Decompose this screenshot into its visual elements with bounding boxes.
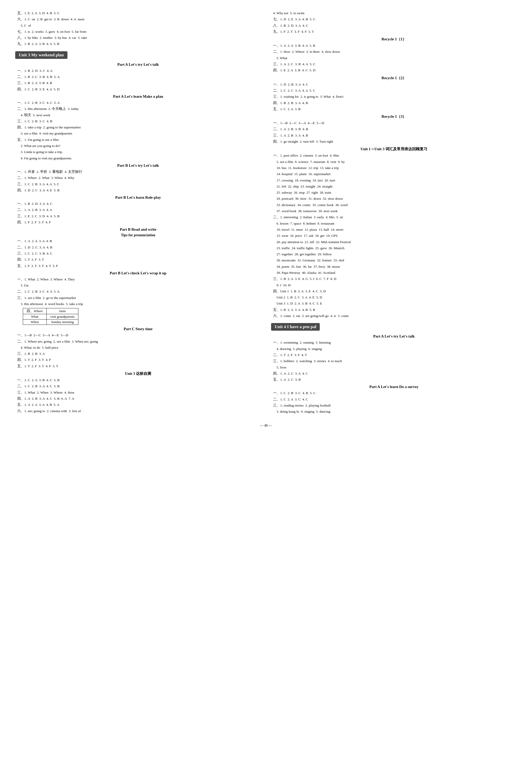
partA-try-talk-answers: 一、1. B 2. D 3. C 4. A 二、1. B 2. C 3. B 4…: [15, 68, 261, 92]
table-cell: When: [23, 319, 47, 325]
vr-15: 20. pay attention to 21. tell 22. Mid-Au…: [271, 239, 517, 245]
vr-24: Unit 2 1. B 2. C 3. A 4. E 5. D: [271, 294, 517, 300]
partB-try-talk-title: Part B Let's try Let's talk: [15, 164, 261, 168]
partB-cw-5: 3. this afternoon 4. word books 5. take …: [15, 301, 261, 307]
unit4-title: Unit 4 I have a pen pal: [271, 323, 320, 331]
vr-12: 6. lesson 7. space 8. helmet 9. restaura…: [271, 221, 517, 227]
partC-s-1: 一、1—B 2—C 3—A 4—E 5—D: [15, 332, 261, 338]
r12-2: 二、1. C 2. C 3. A 4. A 5. C: [271, 88, 517, 94]
partC-s-4: 三、1. B 2. B 3. A: [15, 351, 261, 357]
recycle1-1-answers: 一、1. A 2. A 3. B 4. A 5. B 二、1. How 2. W…: [271, 43, 517, 73]
table-row: 四、Where farm: [23, 308, 78, 314]
r13-1: 一、1—B 2—C 3—A 4—E 5—D: [271, 120, 517, 126]
vr-2: 5. see a film 6. science 7. museum 8. vi…: [271, 159, 517, 165]
partC-s-3: 4. What; to do 5. half price: [15, 345, 261, 351]
r12-5: 五、1. C 2. A 3. B: [271, 106, 517, 112]
partB-cw-3: 二、1. C 2. B 3. C 4. A 5. A: [15, 288, 261, 295]
tips-4: 四、1. T 2. F 3. T: [15, 257, 261, 263]
vr-10: 37. word book 38. tomorrow 39. next week: [271, 208, 517, 214]
top-answer-6: 九、1. B 2. A 3. B 4. A 5. B: [15, 41, 261, 47]
u4-l-2: 二、1. C 2. A 3. C 4. C: [271, 396, 517, 403]
partB-check-wrap-title: Part B Let's check Let's wrap it up: [15, 271, 261, 275]
unit3-title-block: Unit 3 My weekend plan: [15, 48, 261, 60]
vr-11: 二、1. interesting 2. Italian 3. early 4. …: [271, 214, 517, 220]
vr-17: 27. together 28. get together 29. follow: [271, 251, 517, 257]
top-answers-left: 五、1. E 2. A 3. D 4. B 5. C 六、1. C on 2. …: [15, 10, 261, 47]
unit3-t-4: 四、1. A 2. B 3. A 4. C 5. B 6. A 7. A: [15, 396, 261, 402]
partA-l-4: 三、1. C 2. B 3. C 4. B: [15, 118, 261, 124]
tips-2: 二、1. D 2. C 3. A 4. B: [15, 244, 261, 251]
partA-learn-title: Part A Let's learn Make a plan: [15, 94, 261, 99]
table-cell: 四、Where: [23, 308, 47, 314]
partB-learn-roleplay-answers: 一、1. B 2. D 3. A 4. C 二、1. A 2. B 3. A 4…: [15, 201, 261, 225]
unit3-t-3: 三、1. What 2. When 3. Where 4. How: [15, 389, 261, 396]
vr-7: 25. subway 26. stop 27. right 28. train: [271, 190, 517, 196]
u4-tt-1: 一、1. swimming 2. running 3. listening: [271, 340, 517, 346]
tips-answers: 一、1. A 2. A 3. A 4. B 二、1. D 2. C 3. A 4…: [15, 238, 261, 269]
page-number: — 46 —: [15, 424, 517, 428]
unit3-test-answers: 一、1. C 2. A 3. B 4. C 5. B 二、1. C 2. B 3…: [15, 377, 261, 414]
tips-1: 一、1. A 2. A 3. A 4. B: [15, 238, 261, 244]
top-answer-2: 六、1. C on 2. B get to 3. B down 4. A mus…: [15, 16, 261, 22]
partC-story-title: Part C Story time: [15, 327, 261, 331]
partB-try-talk-answers: 一、1. 许多 2. 半价 3. 看电影 4. 太空旅行 二、1. Where …: [15, 169, 261, 194]
table-cell: visit grandparents: [46, 314, 78, 319]
recycle1-3-title: Recycle 1（3）: [271, 114, 517, 119]
unit3-t-5: 五、1. A 2. A 3. A 4. B 5. A: [15, 402, 261, 408]
vr-27: 六、1. come 2. eat 3. are going/will go 4.…: [271, 313, 517, 319]
vocab-review-title: Unit 1～Unit 3 词汇及常用表达回顾复习: [271, 147, 517, 152]
partA-l-8: 2. What are you going to do?: [15, 143, 261, 149]
top-answer-1: 五、1. E 2. A 3. D 4. B 5. C: [15, 10, 261, 16]
partA-l-5: 四、1. take a trip 2. going to the superma…: [15, 124, 261, 131]
r13-4: 四、1. go straight 2. turn left 3. Turn ri…: [271, 138, 517, 145]
unit3-t-1: 一、1. C 2. A 3. B 4. C 5. B: [15, 377, 261, 383]
partB-lr-1: 一、1. B 2. D 3. A 4. C: [15, 201, 261, 207]
unit3-test-title: Unit 3 达标自测: [15, 371, 261, 376]
partB-cw-2: 5. I'm: [15, 283, 261, 288]
u4-l-4: 3. doing kung fu 4. singing 5. dancing: [271, 409, 517, 415]
vr-20: 39. Papa Westray 40. Alaska 41. Scotland: [271, 270, 517, 276]
partA-l-1: 一、1. C 2. B 3. C 4. C 5. A: [15, 100, 261, 106]
table-row: What visit grandparents: [23, 314, 78, 319]
unit3-title: Unit 3 My weekend plan: [15, 51, 68, 59]
table-cell: What: [23, 314, 47, 319]
unit4-partA-learn-answers: 一、1. C 2. B 3. C 4. B 5. C 二、1. C 2. A 3…: [271, 390, 517, 415]
partB-read-write-title: Part B Read and write: [15, 227, 261, 232]
right-top-1: 4. Why not 5. to swim: [271, 10, 517, 16]
partB-tt-3: 三、1. C 2. B 3. A 4. A 5. C: [15, 181, 261, 187]
vr-21: 三、1. B 2. A 3. E 4. G 5. I 6. C 7. F 8. …: [271, 276, 517, 282]
unit4-partA-try-talk-answers: 一、1. swimming 2. running 3. listening 4.…: [271, 340, 517, 383]
u4-l-1: 一、1. C 2. B 3. C 4. B 5. C: [271, 390, 517, 396]
partB-tt-1: 一、1. 许多 2. 半价 3. 看电影 4. 太空旅行: [15, 169, 261, 175]
tips-5: 五、1. F 2. T 3. T 4. T 5. F: [15, 263, 261, 269]
partA-l-2: 二、1. this afternoon 2. 今天晚上 3. today: [15, 106, 261, 112]
right-top-3: 八、1. B 2. D 3. A 4. C: [271, 23, 517, 29]
recycle1-1-title: Recycle 1（1）: [271, 37, 517, 42]
partB-cw-1: 一、1. What 2. When 3. Where 4. They: [15, 276, 261, 283]
partB-tt-4: 四、1. D 2. C 3. A 4. E 5. B: [15, 187, 261, 194]
u4-tt-7: 五、1. A 2. C 3. B: [271, 377, 517, 383]
partA-tt-2: 二、1. B 2. C 3. B 4. B 5. A: [15, 74, 261, 80]
vr-5: 17. crossing 18. evening 19. taxi 20. tu…: [271, 177, 517, 183]
vr-1: 一、1. post office 2. cinema 3. on foot 4.…: [271, 153, 517, 159]
partA-l-10: 4. I'm going to visit my grandparents.: [15, 155, 261, 162]
r11-5: 四、1. E 2. A 3. B 4. C 5. D: [271, 67, 517, 73]
right-top-2: 七、1. D 2. E 3. A 4. B 5. C: [271, 16, 517, 22]
partC-s-2: 二、1. Where are; going 2. see a film 3. W…: [15, 339, 261, 345]
vr-16: 23. traffic 24. traffic lights 25. gave …: [271, 245, 517, 251]
r11-2: 二、1. How 2. Where 3. Is there 4. slow do…: [271, 49, 517, 55]
top-answer-3: 5. C of: [15, 23, 261, 29]
vr-22: 9. J 10. H: [271, 282, 517, 288]
unit3-t-2: 二、1. C 2. B 3. A 4. C 5. B: [15, 383, 261, 389]
vr-14: 15. wear 16. price 17. ask 18. get 19. G…: [271, 233, 517, 239]
table-cell: Sunday morning: [46, 319, 78, 325]
vr-23: 四、Unit 1 1. B 2. A 3. E 4. C 5. D: [271, 288, 517, 294]
partA-tt-1: 一、1. B 2. D 3. C 4. A: [15, 68, 261, 74]
partA-try-talk-title: Part A Let's try Let's talk: [15, 62, 261, 67]
vr-26: 五、1. B 2. A 3. A 4. B 5. B: [271, 307, 517, 313]
partB-lr-2: 二、1. A 2. B 3. A 4. A: [15, 207, 261, 213]
vr-3: 10. bus 11. bookstore 12. trip 13. take …: [271, 165, 517, 171]
page-container: 五、1. E 2. A 3. D 4. B 5. C 六、1. C on 2. …: [15, 10, 517, 416]
tips-3: 三、1. C 2. C 3. B 4. C: [15, 251, 261, 257]
partC-s-5: 四、1. T 2. F 3. T 4. F: [15, 357, 261, 363]
